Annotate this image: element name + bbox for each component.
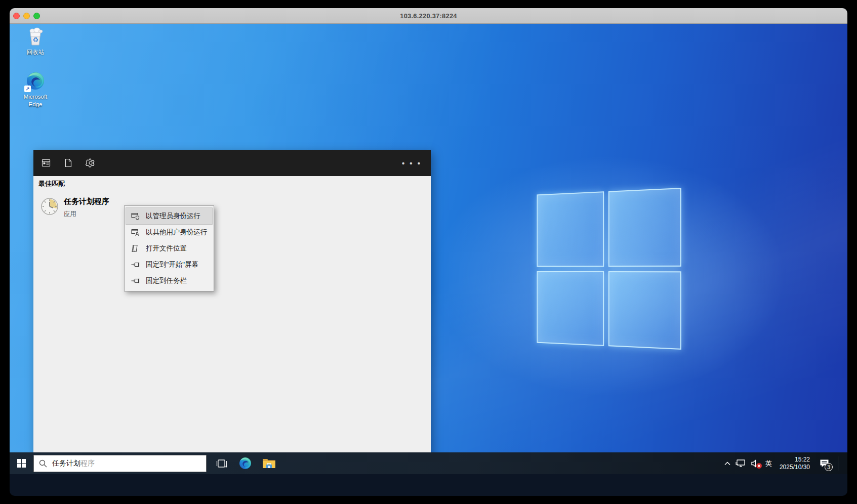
- result-subtitle: 应用: [64, 210, 109, 219]
- tray-volume-button[interactable]: [751, 459, 760, 468]
- remote-desktop-window: 103.6.220.37:8224: [10, 8, 847, 496]
- more-options-button[interactable]: • • •: [402, 150, 422, 176]
- search-panel-header: • • •: [33, 150, 431, 176]
- run-as-other-user-icon: [131, 228, 140, 237]
- search-results-panel: • • • 最佳匹配: [33, 150, 431, 474]
- close-button[interactable]: [13, 13, 20, 19]
- tray-date: 2025/10/30: [780, 464, 810, 471]
- menu-item-label: 以管理员身份运行: [146, 212, 200, 221]
- shortcut-arrow-icon: ↗: [24, 86, 31, 92]
- tray-separator: [838, 456, 838, 471]
- minimize-button[interactable]: [23, 13, 30, 19]
- mute-badge-icon: [756, 463, 762, 469]
- windows-logo-wallpaper: [537, 188, 681, 350]
- screenshot-stage: 103.6.220.37:8224: [0, 0, 857, 504]
- menu-item-run-as-admin[interactable]: 以管理员身份运行: [126, 208, 212, 224]
- edge-icon: [238, 456, 252, 470]
- menu-item-label: 以其他用户身份运行: [146, 228, 208, 237]
- open-file-location-icon: [131, 244, 140, 253]
- task-view-button[interactable]: [210, 452, 233, 474]
- task-scheduler-icon: [40, 197, 59, 216]
- network-display-icon: [736, 459, 746, 468]
- svg-text:♻: ♻: [32, 36, 38, 44]
- settings-filter-icon[interactable]: [79, 150, 102, 176]
- menu-item-pin-to-taskbar[interactable]: 固定到任务栏: [126, 273, 212, 289]
- documents-filter-icon[interactable]: [57, 150, 79, 176]
- taskbar-edge-button[interactable]: [233, 452, 257, 474]
- action-center-button[interactable]: 3: [817, 452, 832, 474]
- menu-item-label: 固定到任务栏: [146, 276, 187, 285]
- menu-item-pin-to-start[interactable]: 固定到"开始"屏幕: [126, 257, 212, 273]
- window-title: 103.6.220.37:8224: [400, 12, 457, 20]
- mac-titlebar: 103.6.220.37:8224: [10, 8, 847, 24]
- desktop-icon-recycle-bin[interactable]: ♻ 回收站: [16, 26, 55, 56]
- tray-time: 15:22: [780, 456, 810, 464]
- context-menu: 以管理员身份运行 以其他用户身份运行: [124, 205, 214, 291]
- logo-pane: [608, 271, 681, 350]
- pin-icon: [131, 260, 140, 269]
- windows-taskbar: 任务计划程序: [10, 452, 847, 474]
- best-match-section-title: 最佳匹配: [38, 179, 65, 188]
- system-tray: 英 15:22 2025/10/30 3: [724, 452, 847, 474]
- task-view-icon: [216, 458, 228, 469]
- run-as-admin-icon: [131, 212, 140, 221]
- windows-desktop[interactable]: ♻ 回收站: [10, 24, 847, 474]
- desktop-icon-label: Microsoft Edge: [16, 93, 55, 108]
- apps-filter-icon[interactable]: [35, 150, 57, 176]
- tray-network-display-button[interactable]: [736, 459, 746, 468]
- search-icon: [39, 459, 47, 468]
- start-button[interactable]: [10, 452, 33, 474]
- taskbar-search-input[interactable]: 任务计划程序: [33, 455, 207, 472]
- recycle-bin-icon: ♻: [25, 26, 46, 47]
- desktop-icon-label: 回收站: [27, 49, 45, 56]
- traffic-lights: [13, 13, 40, 19]
- best-match-text: 任务计划程序 应用: [64, 195, 109, 219]
- menu-item-label: 打开文件位置: [146, 244, 187, 253]
- logo-pane: [537, 271, 603, 346]
- search-typed-text: 任务计划: [52, 459, 80, 467]
- result-title: 任务计划程序: [64, 197, 109, 206]
- menu-item-run-as-other-user[interactable]: 以其他用户身份运行: [126, 224, 212, 240]
- zoom-button[interactable]: [33, 13, 40, 19]
- logo-pane: [608, 188, 681, 266]
- logo-pane: [537, 191, 603, 266]
- tray-expand-button[interactable]: [724, 461, 731, 466]
- tray-clock[interactable]: 15:22 2025/10/30: [778, 456, 812, 471]
- taskbar-file-explorer-button[interactable]: [257, 452, 281, 474]
- chevron-up-icon: [724, 461, 731, 466]
- edge-icon: ↗: [25, 71, 46, 91]
- ime-indicator[interactable]: 英: [764, 459, 773, 468]
- pin-icon: [131, 276, 140, 285]
- menu-item-label: 固定到"开始"屏幕: [146, 260, 198, 269]
- desktop-icon-edge[interactable]: ↗ Microsoft Edge: [16, 71, 55, 108]
- menu-item-open-file-location[interactable]: 打开文件位置: [126, 240, 212, 257]
- search-suggestion-text: 程序: [80, 459, 95, 467]
- file-explorer-icon: [262, 457, 276, 469]
- notification-count-badge: 3: [825, 463, 833, 471]
- show-desktop-button[interactable]: [843, 452, 845, 474]
